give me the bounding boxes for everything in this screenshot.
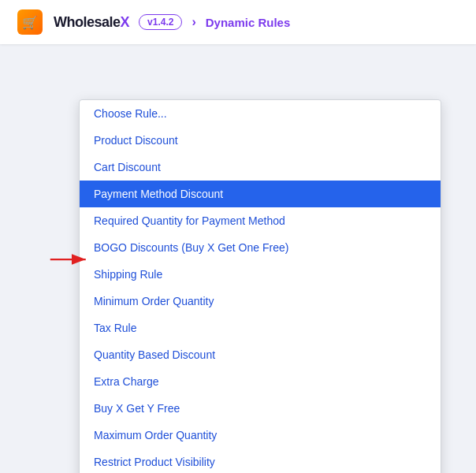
main-content: Choose Rule...Product DiscountCart Disco…	[0, 44, 476, 84]
rule-type-dropdown[interactable]: Choose Rule...Product DiscountCart Disco…	[79, 99, 441, 473]
dropdown-item-0[interactable]: Choose Rule...	[80, 100, 441, 127]
logo-icon	[16, 8, 44, 36]
dropdown-item-11[interactable]: Buy X Get Y Free	[80, 395, 441, 422]
dropdown-item-2[interactable]: Cart Discount	[80, 154, 441, 181]
dropdown-item-8[interactable]: Tax Rule	[80, 315, 441, 341]
dropdown-item-6[interactable]: Shipping Rule	[80, 261, 441, 288]
dropdown-list: Choose Rule...Product DiscountCart Disco…	[79, 99, 441, 473]
dropdown-item-13[interactable]: Restrict Product Visibility	[80, 449, 441, 473]
dropdown-item-7[interactable]: Minimum Order Quantity	[80, 288, 441, 315]
red-arrow-indicator	[47, 248, 95, 274]
breadcrumb-separator: ›	[192, 15, 195, 29]
header: WholesaleX v1.4.2 › Dynamic Rules	[0, 0, 476, 44]
dropdown-item-10[interactable]: Extra Charge	[80, 368, 441, 395]
dropdown-item-3[interactable]: Payment Method Discount	[80, 181, 441, 207]
dropdown-item-12[interactable]: Maximum Order Quantity	[80, 422, 441, 449]
dropdown-item-1[interactable]: Product Discount	[80, 127, 441, 154]
breadcrumb-current: Dynamic Rules	[206, 16, 291, 29]
version-badge: v1.4.2	[139, 14, 182, 30]
logo-box	[17, 9, 43, 35]
app-name-x: X	[121, 14, 130, 30]
dropdown-item-4[interactable]: Required Quantity for Payment Method	[80, 207, 441, 234]
dropdown-item-5[interactable]: BOGO Discounts (Buy X Get One Free)	[80, 234, 441, 261]
app-name: WholesaleX	[54, 14, 129, 31]
dropdown-item-9[interactable]: Quantity Based Discount	[80, 341, 441, 368]
